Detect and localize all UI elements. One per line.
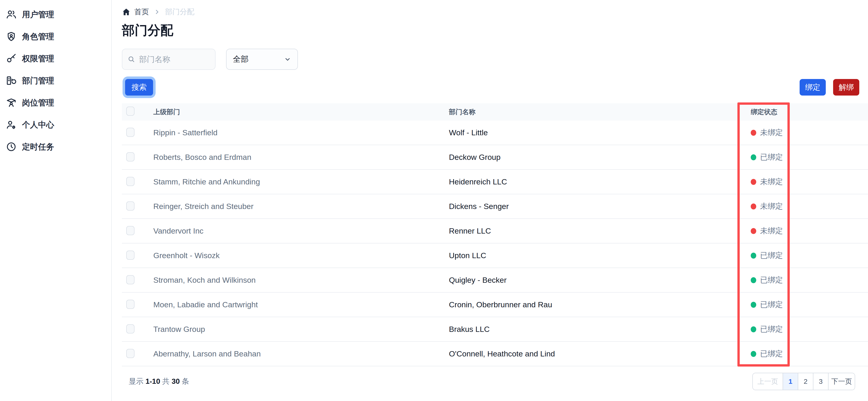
parent-department-cell: Rippin - Satterfield [153,128,449,137]
breadcrumb-current: 部门分配 [165,7,194,17]
table-row: Stroman, Koch and Wilkinson Quigley - Be… [122,268,868,293]
sidebar-item-position-management[interactable]: 岗位管理 [0,92,111,114]
sidebar-item-label: 角色管理 [22,31,54,42]
unbind-button[interactable]: 解绑 [833,79,859,95]
table-body: Rippin - Satterfield Wolf - Little 未绑定 R… [122,121,868,366]
pagination: 上一页 123下一页 [752,373,855,390]
app-window: 用户管理 角色管理 权限管理 部门管理 岗位管理 个人中心 定时任务 [0,0,868,401]
status-dot-icon [751,253,756,259]
sidebar-item-department-management[interactable]: 部门管理 [0,69,111,92]
binding-status-cell: 未绑定 [751,201,868,211]
status-label: 已绑定 [760,152,783,162]
next-page-button[interactable]: 下一页 [828,373,855,390]
status-dot-icon [751,154,756,160]
status-label: 未绑定 [760,226,783,236]
column-header-name: 部门名称 [449,108,751,117]
binding-status-cell: 已绑定 [751,324,868,335]
parent-department-cell: Trantow Group [153,325,449,334]
search-button[interactable]: 搜索 [125,79,153,95]
summary-of: 共 [162,377,169,385]
row-checkbox[interactable] [126,324,134,334]
department-name-cell: Wolf - Little [449,128,751,137]
table-footer: 显示 1-10 共 30 条 上一页 123下一页 [122,373,868,390]
chevron-down-icon [284,56,291,63]
user-gear-icon [6,119,17,130]
department-name-search-input[interactable] [139,55,210,64]
bind-button[interactable]: 绑定 [800,79,826,95]
status-label: 已绑定 [760,275,783,285]
breadcrumb: 首页 部门分配 [122,7,868,17]
parent-department-cell: Stroman, Koch and Wilkinson [153,276,449,285]
department-name-cell: Upton LLC [449,251,751,260]
row-checkbox[interactable] [126,226,134,235]
sidebar-item-role-management[interactable]: 角色管理 [0,26,111,48]
sidebar-item-label: 权限管理 [22,53,54,64]
pagination-summary: 显示 1-10 共 30 条 [129,376,189,386]
status-dot-icon [751,351,756,357]
binding-status-cell: 已绑定 [751,349,868,359]
sidebar-item-permission-management[interactable]: 权限管理 [0,48,111,69]
status-dot-icon [751,228,756,234]
departments-table: 上级部门 部门名称 绑定状态 Rippin - Satterfield Wolf… [122,103,868,366]
row-checkbox[interactable] [126,128,134,137]
main-content: 首页 部门分配 部门分配 全部 搜索 绑定 解绑 上 [112,0,868,401]
status-filter-select[interactable]: 全部 [226,49,298,70]
sidebar-item-scheduled-tasks[interactable]: 定时任务 [0,136,111,158]
parent-department-cell: Moen, Labadie and Cartwright [153,300,449,309]
department-name-cell: Dickens - Senger [449,202,751,211]
breadcrumb-home[interactable]: 首页 [134,7,149,17]
status-label: 未绑定 [760,177,783,187]
sidebar-item-label: 定时任务 [22,141,54,152]
sidebar-item-profile-center[interactable]: 个人中心 [0,114,111,136]
summary-range: 1-10 [146,377,160,385]
page-title: 部门分配 [122,23,868,37]
row-checkbox[interactable] [126,275,134,284]
status-label: 未绑定 [760,127,783,138]
row-checkbox[interactable] [126,201,134,210]
summary-total: 30 [172,377,180,385]
page-button-3[interactable]: 3 [813,373,828,390]
department-name-cell: Renner LLC [449,226,751,235]
parent-department-cell: Vandervort Inc [153,226,449,235]
clock-icon [6,141,17,152]
binding-status-cell: 已绑定 [751,250,868,261]
status-dot-icon [751,326,756,332]
select-all-checkbox[interactable] [126,107,134,116]
parent-department-cell: Stamm, Ritchie and Ankunding [153,177,449,186]
table-row: Moen, Labadie and Cartwright Cronin, Obe… [122,293,868,317]
users-icon [6,9,17,20]
binding-status-cell: 已绑定 [751,275,868,285]
row-checkbox[interactable] [126,152,134,162]
summary-show: 显示 [129,377,144,385]
department-name-cell: Heidenreich LLC [449,177,751,186]
table-row: Stamm, Ritchie and Ankunding Heidenreich… [122,170,868,194]
previous-page-button[interactable]: 上一页 [753,373,783,390]
sidebar-item-user-management[interactable]: 用户管理 [0,3,111,26]
table-row: Reinger, Streich and Steuber Dickens - S… [122,194,868,219]
status-label: 已绑定 [760,349,783,359]
binding-status-cell: 已绑定 [751,152,868,162]
row-checkbox[interactable] [126,300,134,309]
search-box [122,49,216,70]
status-label: 已绑定 [760,250,783,261]
table-header: 上级部门 部门名称 绑定状态 [122,103,868,121]
filter-bar: 全部 [122,49,868,70]
shield-user-icon [6,31,17,42]
page-button-1[interactable]: 1 [783,373,798,390]
status-label: 已绑定 [760,299,783,310]
row-checkbox[interactable] [126,177,134,186]
sidebar: 用户管理 角色管理 权限管理 部门管理 岗位管理 个人中心 定时任务 [0,0,112,401]
home-icon[interactable] [122,7,131,16]
actions-row: 搜索 绑定 解绑 [122,79,868,95]
status-dot-icon [751,179,756,185]
table-row: Trantow Group Brakus LLC 已绑定 [122,317,868,342]
sidebar-item-label: 个人中心 [22,119,54,130]
status-label: 已绑定 [760,324,783,335]
page-button-2[interactable]: 2 [798,373,813,390]
binding-status-cell: 未绑定 [751,177,868,187]
status-dot-icon [751,277,756,283]
table-row: Greenholt - Wisozk Upton LLC 已绑定 [122,244,868,268]
row-checkbox[interactable] [126,251,134,260]
column-header-status: 绑定状态 [751,108,868,117]
row-checkbox[interactable] [126,349,134,358]
